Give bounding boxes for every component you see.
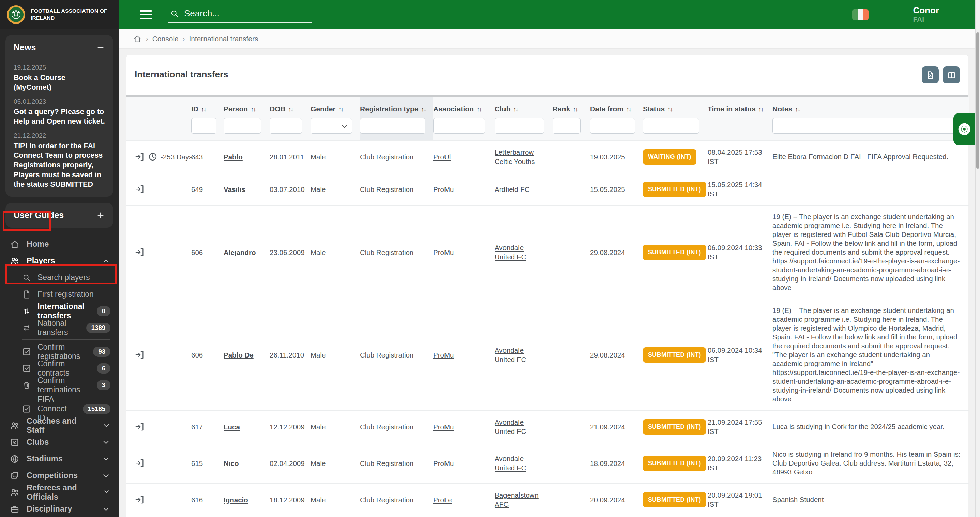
cell-notes: 19 (E) – The player is an exchange stude…: [772, 299, 969, 410]
club-link[interactable]: Avondale United FC: [495, 244, 526, 261]
column-header-association[interactable]: Association↑↓: [433, 97, 495, 115]
club-link[interactable]: Avondale United FC: [495, 455, 526, 472]
sidebar-item-fifa-connect-id[interactable]: FIFA Connect ID 15185: [0, 401, 119, 417]
club-link[interactable]: Avondale United FC: [495, 418, 526, 435]
association-link[interactable]: ProMu: [433, 460, 454, 467]
filter-status[interactable]: [643, 118, 699, 134]
club-link[interactable]: Letterbarrow Celtic Youths: [495, 148, 535, 165]
sidebar-item-home[interactable]: Home: [0, 236, 119, 253]
cell-id: 643: [191, 141, 224, 173]
association-link[interactable]: ProLe: [433, 496, 452, 504]
expand-plus-icon[interactable]: [96, 211, 105, 220]
column-header-person[interactable]: Person↑↓: [224, 97, 270, 115]
club-link[interactable]: Ardfield FC: [495, 185, 530, 193]
breadcrumb-current[interactable]: International transfers: [189, 35, 258, 43]
collapse-minus-icon[interactable]: [96, 43, 105, 52]
cell-association: ProUl: [433, 141, 495, 173]
sidebar-item-search-players[interactable]: Search players: [0, 269, 119, 286]
association-link[interactable]: ProMu: [433, 185, 454, 193]
association-link[interactable]: ProUl: [433, 153, 451, 161]
cell-status: [643, 516, 708, 517]
sidebar-item-disciplinary[interactable]: Disciplinary: [0, 501, 119, 517]
ireland-flag-icon[interactable]: [852, 9, 869, 20]
filter-dob[interactable]: [270, 118, 302, 134]
column-header-id[interactable]: ID↑↓: [191, 97, 224, 115]
association-link[interactable]: ProMu: [433, 423, 454, 431]
sidebar-item-confirm-terminations[interactable]: Confirm terminations 3: [0, 377, 119, 393]
sidebar-item-referees-and-officials[interactable]: Referees and Officials: [0, 484, 119, 501]
filter-id[interactable]: [191, 118, 216, 134]
news-item[interactable]: 21.12.2022 TIP! In order for the FAI Con…: [14, 132, 105, 189]
association-link[interactable]: ProMu: [433, 248, 454, 256]
cell-registration-type: Club Registration: [360, 205, 433, 299]
breadcrumb-console[interactable]: Console: [153, 35, 179, 43]
hamburger-menu-icon[interactable]: [140, 10, 152, 19]
sidebar-item-stadiums[interactable]: Stadiums: [0, 450, 119, 467]
person-link[interactable]: Pablo: [224, 153, 243, 161]
enter-transfer-icon[interactable]: [135, 184, 145, 194]
filter-date-from[interactable]: [590, 118, 635, 134]
person-link[interactable]: Vasilis: [224, 185, 245, 193]
club-link[interactable]: Bagenalstown AFC: [495, 491, 539, 508]
column-header-registration-type[interactable]: Registration type↑↓: [360, 97, 433, 115]
cell-date-from: 29.08.2024: [590, 205, 643, 299]
news-item[interactable]: 05.01.2023 Got a query? Please go to Hel…: [14, 98, 105, 126]
column-header-rank[interactable]: Rank↑↓: [552, 97, 590, 115]
association-link[interactable]: ProMu: [433, 351, 454, 359]
cell-rank: [552, 443, 590, 484]
column-header-gender[interactable]: Gender↑↓: [310, 97, 360, 115]
column-header-club[interactable]: Club↑↓: [495, 97, 552, 115]
sidebar-item-confirm-contracts[interactable]: Confirm contracts 6: [0, 360, 119, 377]
table-settings-gear-button[interactable]: [953, 113, 975, 145]
news-item[interactable]: 19.12.2025 Book a Course (MyComet): [14, 64, 105, 92]
column-header-time-in-status[interactable]: Time in status↑↓: [708, 97, 772, 115]
person-link[interactable]: Alejandro: [224, 248, 256, 256]
person-link[interactable]: Ignacio: [224, 496, 248, 504]
enter-transfer-icon[interactable]: [135, 247, 145, 257]
sidebar-item-clubs[interactable]: Clubs: [0, 434, 119, 450]
sort-icon: ↑↓: [667, 106, 672, 113]
sidebar-item-first-registration[interactable]: First registration: [0, 286, 119, 303]
filter-person[interactable]: [224, 118, 261, 134]
sidebar-item-confirm-registrations[interactable]: Confirm registrations 93: [0, 343, 119, 360]
column-header-notes[interactable]: Notes↑↓: [772, 97, 969, 115]
cell-gender: Male: [310, 141, 360, 173]
person-link[interactable]: Pablo De: [224, 351, 254, 359]
filter-association[interactable]: [433, 118, 485, 134]
sidebar-item-coaches-and-staff[interactable]: Coaches and Staff: [0, 417, 119, 434]
sidebar-item-competitions[interactable]: Competitions: [0, 467, 119, 484]
column-header-dob[interactable]: DOB↑↓: [270, 97, 310, 115]
enter-transfer-icon[interactable]: [135, 350, 145, 360]
filter-registration-type[interactable]: [360, 118, 425, 134]
global-search-input[interactable]: Search...: [169, 6, 312, 23]
enter-transfer-icon[interactable]: [135, 458, 145, 468]
enter-transfer-icon[interactable]: [135, 495, 145, 505]
filter-rank[interactable]: [552, 118, 581, 134]
scrollbar-thumb[interactable]: [976, 32, 979, 169]
person-link[interactable]: Luca: [224, 423, 240, 431]
filter-club[interactable]: [495, 118, 544, 134]
club-link[interactable]: Avondale United FC: [495, 346, 526, 363]
user-menu[interactable]: Conor FAI: [913, 5, 939, 24]
cell-status: SUBMITTED (INT): [643, 299, 708, 410]
column-header-status[interactable]: Status↑↓: [643, 97, 708, 115]
table-row: 615 Nico 02.04.2009 Male Club Registrati…: [126, 443, 969, 484]
transfers-table: ID↑↓ Person↑↓ DOB↑↓ Gender↑↓ Registratio…: [126, 97, 969, 517]
chevron-up-icon: [102, 257, 110, 266]
filter-notes[interactable]: [772, 118, 958, 134]
copy-icon: [10, 471, 20, 481]
vertical-scrollbar[interactable]: [975, 0, 980, 517]
sidebar-item-international-transfers[interactable]: International transfers 0: [0, 303, 119, 319]
cell-registration-type: Club Registration: [360, 443, 433, 484]
column-settings-button[interactable]: [943, 67, 960, 83]
filter-gender-select[interactable]: [310, 118, 352, 134]
enter-transfer-icon[interactable]: [135, 152, 145, 162]
column-header-date-from[interactable]: Date from↑↓: [590, 97, 643, 115]
export-excel-button[interactable]: [922, 67, 939, 83]
breadcrumb-home-icon[interactable]: [133, 34, 142, 43]
person-link[interactable]: Nico: [224, 460, 239, 467]
sidebar-item-players[interactable]: Players: [0, 253, 119, 269]
cell-rank: [552, 299, 590, 410]
sidebar-item-national-transfers[interactable]: National transfers 1389: [0, 319, 119, 336]
enter-transfer-icon[interactable]: [135, 422, 145, 432]
